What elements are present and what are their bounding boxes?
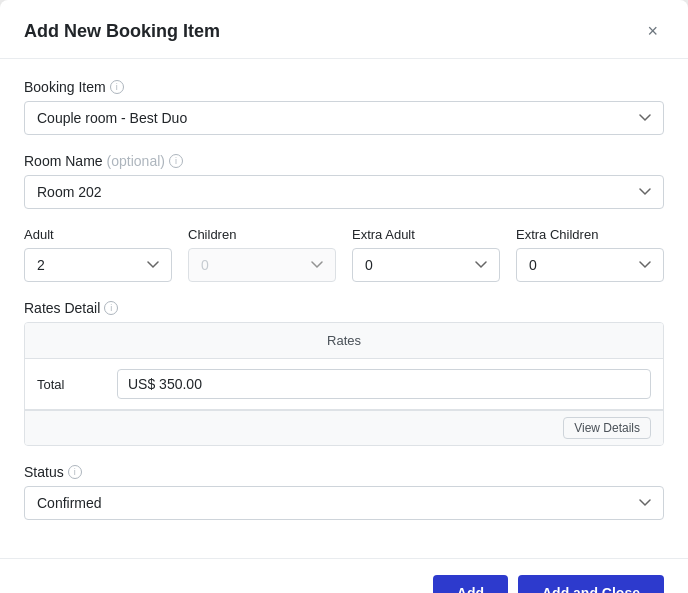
- view-details-button[interactable]: View Details: [563, 417, 651, 439]
- rates-total-label: Total: [37, 377, 117, 392]
- add-button[interactable]: Add: [433, 575, 508, 593]
- extra-adult-col: Extra Adult 0 1 2 3: [352, 227, 500, 282]
- modal-title: Add New Booking Item: [24, 21, 220, 42]
- rates-table: Rates Total View Details: [24, 322, 664, 446]
- rates-info-icon: i: [104, 301, 118, 315]
- add-and-close-button[interactable]: Add and Close: [518, 575, 664, 593]
- modal-header: Add New Booking Item ×: [0, 0, 688, 59]
- rates-total-value-cell: [117, 369, 651, 399]
- status-info-icon: i: [68, 465, 82, 479]
- children-select[interactable]: 0 1 2 3: [188, 248, 336, 282]
- rates-footer: View Details: [25, 410, 663, 445]
- rates-column-header: Rates: [25, 323, 663, 359]
- booking-item-label: Booking Item i: [24, 79, 664, 95]
- rates-label: Rates Detail i: [24, 300, 664, 316]
- status-group: Status i Confirmed Pending Cancelled: [24, 464, 664, 520]
- adult-select[interactable]: 2 0 1 3 4: [24, 248, 172, 282]
- adult-col: Adult 2 0 1 3 4: [24, 227, 172, 282]
- extra-adult-select[interactable]: 0 1 2 3: [352, 248, 500, 282]
- extra-children-select[interactable]: 0 1 2 3: [516, 248, 664, 282]
- children-label: Children: [188, 227, 336, 242]
- booking-item-group: Booking Item i Couple room - Best Duo Si…: [24, 79, 664, 135]
- guests-group: Adult 2 0 1 3 4 Children 0 1 2 3: [24, 227, 664, 282]
- close-button[interactable]: ×: [641, 20, 664, 42]
- booking-item-select[interactable]: Couple room - Best Duo Single room Suite: [24, 101, 664, 135]
- modal-footer: Add Add and Close: [0, 558, 688, 593]
- room-name-select[interactable]: Room 202 Room 101 Room 303: [24, 175, 664, 209]
- rates-section: Rates Detail i Rates Total View Details: [24, 300, 664, 446]
- rates-total-input[interactable]: [117, 369, 651, 399]
- children-col: Children 0 1 2 3: [188, 227, 336, 282]
- extra-children-col: Extra Children 0 1 2 3: [516, 227, 664, 282]
- extra-children-label: Extra Children: [516, 227, 664, 242]
- room-name-group: Room Name (optional) i Room 202 Room 101…: [24, 153, 664, 209]
- status-select[interactable]: Confirmed Pending Cancelled: [24, 486, 664, 520]
- booking-item-info-icon: i: [110, 80, 124, 94]
- adult-label: Adult: [24, 227, 172, 242]
- modal-container: Add New Booking Item × Booking Item i Co…: [0, 0, 688, 593]
- modal-body: Booking Item i Couple room - Best Duo Si…: [0, 59, 688, 558]
- extra-adult-label: Extra Adult: [352, 227, 500, 242]
- room-name-info-icon: i: [169, 154, 183, 168]
- status-label: Status i: [24, 464, 664, 480]
- room-name-label: Room Name (optional) i: [24, 153, 664, 169]
- rates-total-row: Total: [25, 359, 663, 410]
